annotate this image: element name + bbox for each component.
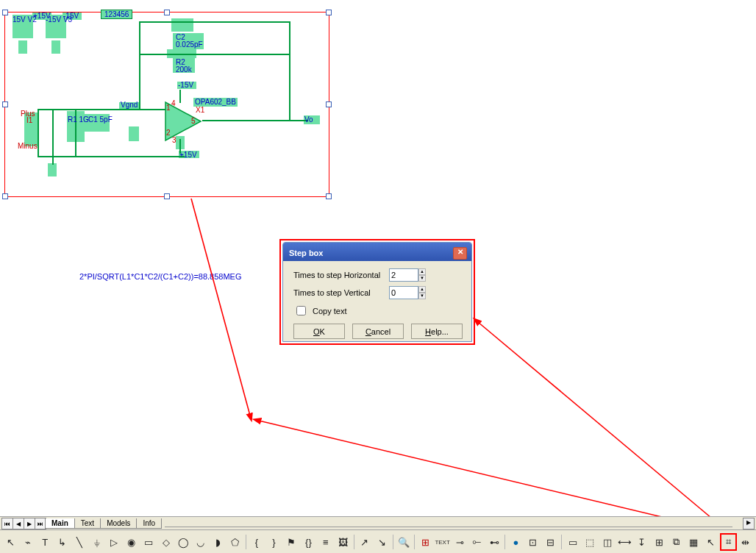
copy-text-label: Copy text (313, 307, 346, 315)
anchor-tool-icon[interactable]: ↧ (634, 533, 650, 551)
diode-tool-icon[interactable]: ▷ (106, 533, 122, 551)
tab-prev-icon[interactable]: ◀ (13, 518, 24, 529)
measure-tool-icon[interactable]: ⟷ (616, 533, 632, 551)
spinner-down-icon[interactable]: ▼ (418, 293, 426, 299)
text-label-icon[interactable]: TEXT (434, 533, 450, 551)
snap-tool-icon[interactable]: ◫ (599, 533, 616, 551)
pin-tool-icon[interactable]: ⊸ (452, 533, 468, 551)
pin-label: 5 (191, 117, 196, 125)
rect-select-icon[interactable]: ▭ (565, 533, 581, 551)
scroll-right-icon[interactable]: ▶ (743, 518, 755, 529)
copy-block-icon[interactable]: ⧉ (668, 533, 685, 551)
region-tool-icon[interactable]: ⬚ (582, 533, 598, 551)
bus-tool-icon[interactable]: ≡ (318, 533, 334, 551)
resize-handle[interactable] (2, 101, 8, 107)
comp-label: OPA602_BB (195, 98, 236, 106)
probe-out-icon[interactable]: ↘ (374, 533, 390, 551)
comp-label: R1 1G (68, 115, 89, 124)
probe-in-icon[interactable]: ↗ (357, 533, 373, 551)
point-tool-icon[interactable]: ↖ (703, 533, 719, 551)
node-tool-icon[interactable]: ● (507, 533, 524, 551)
spinner-up-icon[interactable]: ▲ (418, 286, 426, 293)
junction-tool-icon[interactable]: ⊷ (486, 533, 502, 551)
diamond-tool-icon[interactable]: ◇ (157, 533, 174, 551)
comp-label: 0.025pF (176, 40, 203, 49)
pin-label: Minus (18, 142, 38, 150)
text-tool-icon[interactable]: T (37, 533, 53, 551)
svg-line-1 (191, 199, 250, 415)
comp-label: X1 (196, 106, 204, 114)
pie-tool-icon[interactable]: ◗ (210, 533, 226, 551)
connector-tool-icon[interactable]: ⟜ (468, 533, 485, 551)
dialog-highlight: Step box ✕ Times to step Horizontal ▲▼ T… (279, 239, 475, 345)
dialog-titlebar[interactable]: Step box ✕ (283, 243, 471, 261)
tab-next-icon[interactable]: ▶ (24, 518, 35, 529)
select-tool-icon[interactable]: ↖ (2, 533, 18, 551)
pin-label: 2 (166, 129, 171, 137)
port-tool-icon[interactable]: ◉ (123, 533, 139, 551)
copy-text-checkbox[interactable] (296, 306, 306, 315)
pin-label: 1 (166, 104, 171, 112)
help-button[interactable]: Help... (411, 324, 463, 339)
bottom-toolbar: ↖ ⌁ T ↳ ╲ ⏚ ▷ ◉ ▭ ◇ ◯ ◡ ◗ ⬠ { } ⚑ {} ≡ 🖼… (0, 529, 756, 553)
selection-tag: 123456 (101, 10, 132, 19)
resize-handle[interactable] (326, 101, 332, 107)
spinner-down-icon[interactable]: ▼ (418, 275, 426, 282)
step-v-label: Times to step Vertical (293, 288, 389, 297)
brace-left-icon[interactable]: { (249, 533, 265, 551)
resize-handle[interactable] (326, 10, 332, 15)
net-label: +15V (179, 151, 197, 159)
place-block-icon[interactable]: ⊞ (651, 533, 667, 551)
step-box-tool-icon[interactable]: ⌗ (720, 533, 737, 551)
line-tool-icon[interactable]: ╲ (71, 533, 88, 551)
step-h-input[interactable] (389, 268, 418, 282)
comp-label: 200k (176, 65, 192, 74)
close-icon[interactable]: ✕ (453, 247, 467, 260)
sheet-tab-strip: ⏮ ◀ ▶ ⏭ Main Text Models Info ▶ (0, 516, 756, 530)
flag-tool-icon[interactable]: ⚑ (283, 533, 299, 551)
tab-info[interactable]: Info (136, 518, 162, 529)
tab-first-icon[interactable]: ⏮ (1, 518, 13, 529)
comp-label: I1 (26, 116, 32, 124)
tab-main[interactable]: Main (45, 518, 75, 529)
dialog-title: Step box (289, 249, 323, 257)
grid-settings-icon[interactable]: ▦ (685, 533, 702, 551)
step-h-label: Times to step Horizontal (293, 271, 389, 279)
grid-text-icon[interactable]: ⊞ (417, 533, 433, 551)
find-tool-icon[interactable]: 🔍 (395, 533, 411, 551)
net-label: Vo (304, 115, 313, 124)
polygon-tool-icon[interactable]: ⬠ (227, 533, 243, 551)
comp-label: C1 5pF (88, 115, 113, 124)
brace-right-icon[interactable]: } (265, 533, 282, 551)
ellipse-tool-icon[interactable]: ◯ (175, 533, 191, 551)
resize-handle[interactable] (164, 193, 170, 199)
step-v-input[interactable] (389, 286, 418, 299)
resize-handle[interactable] (2, 10, 8, 15)
netlabel-icon[interactable]: ⊡ (525, 533, 541, 551)
net-flag-icon[interactable]: ⊟ (542, 533, 558, 551)
comp-label: -15V V3 (46, 15, 72, 24)
arc-tool-icon[interactable]: ◡ (192, 533, 208, 551)
braces-icon[interactable]: {} (300, 533, 316, 551)
resize-handle[interactable] (164, 10, 170, 15)
wire-tool-icon[interactable]: ↳ (54, 533, 70, 551)
rect-tool-icon[interactable]: ▭ (140, 533, 157, 551)
step-box-dialog: Step box ✕ Times to step Horizontal ▲▼ T… (282, 242, 472, 342)
formula-text: 2*PI/SQRT(L1*C1*C2/(C1+C2))=88.858MEG (79, 272, 242, 281)
spinner-up-icon[interactable]: ▲ (418, 268, 426, 275)
picture-tool-icon[interactable]: 🖼 (335, 533, 351, 551)
svg-line-2 (478, 322, 730, 533)
ok-button[interactable]: OK (293, 324, 345, 339)
resize-handle[interactable] (2, 193, 8, 199)
cancel-button[interactable]: Cancel (352, 324, 404, 339)
tab-text[interactable]: Text (74, 518, 101, 529)
comp-label: 15V V2 (13, 15, 37, 24)
ground-tool-icon[interactable]: ⏚ (88, 533, 104, 551)
pin-label: 4 (171, 99, 176, 107)
schematic-selection[interactable]: 123456 +15V -15V 15V V2 -15V V3 C2 (4, 12, 329, 197)
resize-handle[interactable] (326, 193, 332, 199)
mirror-tool-icon[interactable]: ⇹ (738, 533, 754, 551)
tab-models[interactable]: Models (100, 518, 137, 529)
pin-label: 3 (172, 136, 176, 144)
component-tool-icon[interactable]: ⌁ (19, 533, 35, 551)
